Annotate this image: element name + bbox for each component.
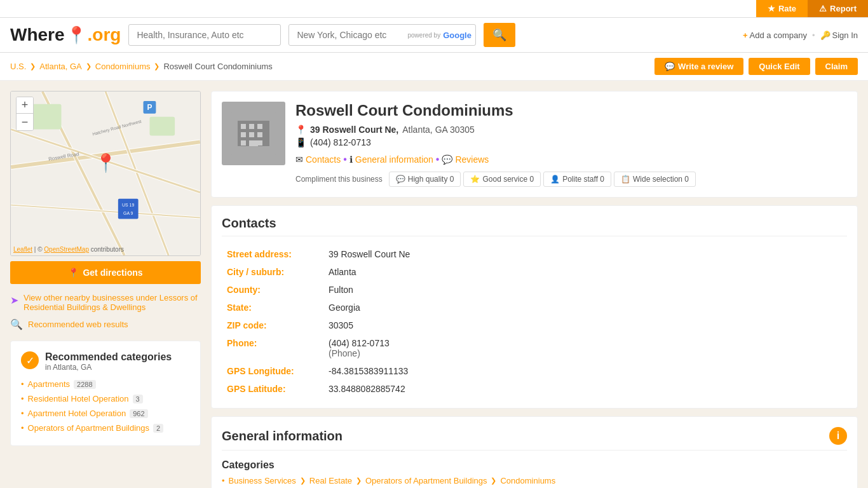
sign-in-icon: 🔑	[820, 30, 831, 40]
category-residential-hotel-link[interactable]: Residential Hotel Operation	[28, 394, 129, 403]
zoom-in-button[interactable]: +	[17, 97, 33, 114]
leaflet-link[interactable]: Leaflet	[13, 246, 32, 253]
breadcrumb-sep-3: ❯	[154, 62, 159, 71]
contact-value: 39 Roswell Court Ne	[323, 245, 847, 263]
cat-real-estate-link[interactable]: Real Estate	[309, 476, 352, 485]
address-street: 39 Roswell Court Ne,	[310, 125, 398, 135]
building-icon	[231, 111, 276, 156]
business-nav: ✉ Contacts • ℹ General information • 💬 R…	[295, 154, 847, 165]
search-what-input[interactable]	[128, 24, 281, 46]
contact-value: 33.8488082885742	[323, 380, 847, 398]
bullet-icon: •	[222, 476, 225, 485]
cat-arrow-2: ❯	[356, 477, 362, 485]
svg-rect-30	[249, 140, 258, 146]
info-icon: ℹ	[349, 154, 353, 165]
nearby-businesses-link[interactable]: ➤ View other nearby businesses under Les…	[10, 293, 201, 312]
sign-in-link[interactable]: 🔑 Sign In	[820, 30, 858, 40]
compliment-good-service-button[interactable]: ⭐ Good service 0	[463, 172, 541, 187]
category-apartments-link[interactable]: Apartments	[28, 379, 70, 389]
quick-edit-button[interactable]: Quick Edit	[749, 58, 810, 75]
map-credit: Leaflet | © OpenStreetMap contributors	[13, 246, 124, 253]
osm-link[interactable]: OpenStreetMap	[44, 246, 89, 253]
table-row: GPS Latitude: 33.8488082885742	[222, 380, 847, 398]
search-where-input[interactable]	[289, 25, 403, 45]
contact-label: State:	[222, 299, 323, 316]
google-logo: Google	[443, 30, 471, 40]
map-background: P Roswell Road Hatchery Road Northwest U…	[11, 92, 200, 255]
cat-condominiums-link[interactable]: Condominiums	[500, 476, 555, 485]
zoom-out-button[interactable]: −	[17, 114, 33, 130]
phone-number: (404) 812-0713	[310, 137, 371, 147]
business-logo	[222, 102, 285, 165]
breadcrumb: U.S. ❯ Atlanta, GA ❯ Condominiums ❯ Rosw…	[10, 62, 273, 71]
category-operators-count: 2	[153, 424, 163, 433]
report-button[interactable]: ⚠ Report	[808, 0, 868, 17]
category-operators-link[interactable]: Operators of Apartment Buildings	[28, 423, 150, 433]
breadcrumb-category[interactable]: Condominiums	[95, 62, 151, 71]
separator: •	[812, 30, 815, 40]
compliment-high-quality-button[interactable]: 💬 High quality 0	[389, 172, 461, 187]
category-apartments-count: 2288	[74, 380, 95, 389]
good-service-label: Good service 0	[482, 175, 534, 184]
add-company-link[interactable]: + Add a company	[743, 30, 807, 40]
envelope-icon: ✉	[295, 154, 303, 165]
general-information-section: General information i Categories • Busin…	[211, 416, 858, 488]
svg-rect-12	[149, 117, 175, 136]
left-column: P Roswell Road Hatchery Road Northwest U…	[10, 91, 201, 488]
logo-org: .org	[88, 25, 121, 45]
compliment-wide-selection-button[interactable]: 📋 Wide selection 0	[614, 172, 696, 187]
map-svg: P Roswell Road Hatchery Road Northwest U…	[11, 92, 200, 255]
contact-label: GPS Longitude:	[222, 362, 323, 380]
right-column: Roswell Court Condominiums 📍 39 Roswell …	[211, 91, 858, 488]
svg-rect-25	[257, 124, 262, 129]
breadcrumb-city[interactable]: Atlanta, GA	[39, 62, 81, 71]
add-company-label: Add a company	[750, 30, 807, 40]
nearby-text: View other nearby businesses under Lesso…	[24, 293, 201, 312]
contact-label: County:	[222, 281, 323, 299]
svg-text:US 19: US 19	[122, 203, 134, 207]
quick-edit-label: Quick Edit	[759, 62, 799, 71]
map-pin: 📍	[95, 152, 117, 173]
category-residential-hotel-count: 3	[133, 395, 143, 403]
main-content: P Roswell Road Hatchery Road Northwest U…	[0, 81, 868, 488]
compliment-section: Compliment this business 💬 High quality …	[295, 172, 847, 187]
polite-staff-label: Polite staff 0	[562, 175, 604, 184]
top-links: + Add a company • 🔑 Sign In	[743, 30, 858, 40]
claim-button[interactable]: Claim	[815, 58, 858, 75]
map-container: P Roswell Road Hatchery Road Northwest U…	[10, 91, 201, 256]
svg-rect-26	[241, 132, 246, 137]
business-phone: 📱 (404) 812-0713	[295, 137, 847, 147]
star-icon: ★	[768, 4, 775, 13]
nav-reviews-link[interactable]: Reviews	[455, 154, 489, 165]
svg-text:P: P	[147, 103, 152, 112]
breadcrumb-sep-2: ❯	[86, 62, 92, 71]
rate-button[interactable]: ★ Rate	[756, 0, 808, 17]
phone-icon: 📱	[295, 137, 306, 147]
cat-operators-link[interactable]: Operators of Apartment Buildings	[365, 476, 487, 485]
write-review-button[interactable]: 💬 Write a review	[654, 58, 743, 75]
rec-title: Recommended categories	[45, 351, 172, 363]
polite-staff-icon: 👤	[550, 175, 560, 184]
search-button[interactable]: 🔍	[484, 23, 515, 47]
compliment-polite-staff-button[interactable]: 👤 Polite staff 0	[543, 172, 611, 187]
svg-rect-29	[241, 140, 246, 146]
plus-icon: +	[743, 30, 748, 40]
breadcrumb-us[interactable]: U.S.	[10, 62, 26, 71]
wide-selection-label: Wide selection 0	[633, 175, 689, 184]
get-directions-button[interactable]: 📍 Get directions	[10, 261, 201, 284]
logo[interactable]: Where 📍 .org	[10, 25, 121, 45]
recommended-web-link[interactable]: 🔍 Recommended web results	[10, 318, 201, 330]
address-city-state: Atlanta, GA 30305	[402, 125, 475, 135]
svg-rect-24	[249, 124, 254, 129]
business-header: Roswell Court Condominiums 📍 39 Roswell …	[211, 91, 858, 198]
contact-value: -84.3815383911133	[323, 362, 847, 380]
logo-pin-icon: 📍	[66, 25, 86, 45]
category-apartment-hotel-link[interactable]: Apartment Hotel Operation	[28, 409, 126, 418]
nav-general-link[interactable]: General information	[355, 154, 433, 165]
svg-rect-31	[257, 140, 262, 146]
nav-contacts-link[interactable]: Contacts	[306, 154, 341, 165]
comment-icon: 💬	[665, 62, 675, 71]
cat-business-services-link[interactable]: Business Services	[229, 476, 296, 485]
table-row: City / suburb: Atlanta	[222, 263, 847, 281]
contact-label: City / suburb:	[222, 263, 323, 281]
